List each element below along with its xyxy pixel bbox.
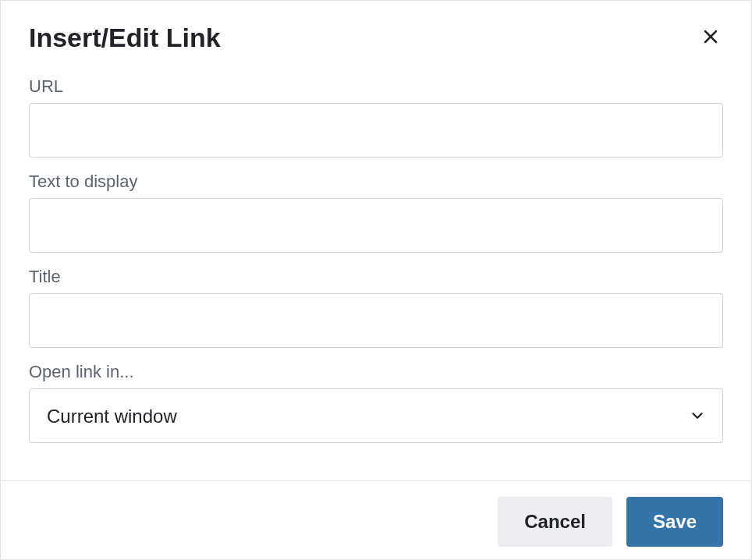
- title-label: Title: [29, 267, 723, 287]
- open-link-in-select[interactable]: Current window: [29, 388, 723, 443]
- text-to-display-field-group: Text to display: [29, 172, 723, 253]
- text-to-display-input[interactable]: [29, 198, 723, 253]
- open-link-in-field-group: Open link in... Current window: [29, 362, 723, 443]
- close-button[interactable]: [698, 24, 723, 51]
- dialog-header: Insert/Edit Link: [1, 1, 751, 61]
- url-input[interactable]: [29, 103, 723, 158]
- save-button[interactable]: Save: [626, 497, 723, 547]
- open-link-in-select-wrapper: Current window: [29, 388, 723, 443]
- open-link-in-label: Open link in...: [29, 362, 723, 382]
- url-field-group: URL: [29, 76, 723, 158]
- close-icon: [701, 27, 720, 48]
- dialog-body: URL Text to display Title Open link in..…: [1, 61, 751, 480]
- insert-edit-link-dialog: Insert/Edit Link URL Text to display Tit…: [0, 0, 752, 560]
- cancel-button[interactable]: Cancel: [498, 497, 612, 547]
- url-label: URL: [29, 76, 723, 97]
- title-input[interactable]: [29, 293, 723, 348]
- dialog-title: Insert/Edit Link: [29, 23, 221, 53]
- title-field-group: Title: [29, 267, 723, 348]
- dialog-footer: Cancel Save: [1, 480, 751, 560]
- text-to-display-label: Text to display: [29, 172, 723, 192]
